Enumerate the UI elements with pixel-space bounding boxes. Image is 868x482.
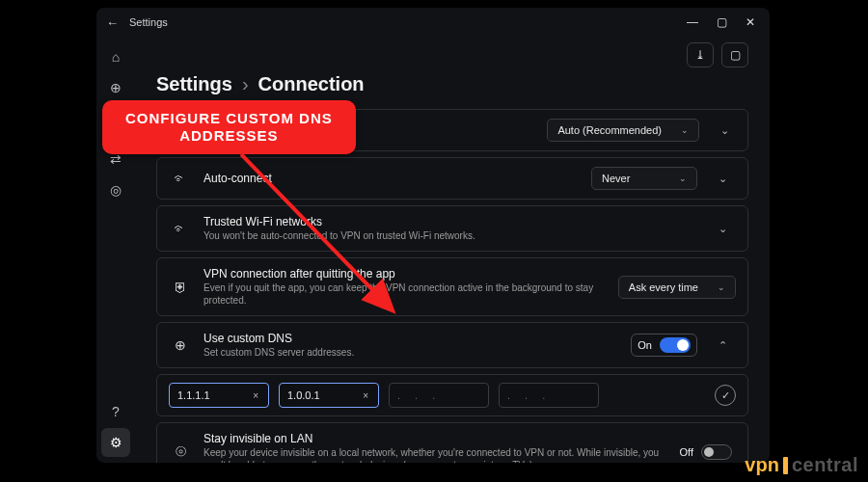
protocol-value: Auto (Recommended) — [557, 124, 662, 136]
chevron-down-icon: ⌄ — [679, 174, 687, 183]
dns-value-2: 1.0.0.1 — [287, 389, 320, 401]
switch-on-icon — [660, 337, 691, 353]
autoconnect-title: Auto-connect — [203, 172, 580, 185]
dns-value-1: 1.1.1.1 — [177, 389, 210, 401]
autoconnect-row: ᯤ Auto-connect Never ⌄ ⌄ — [156, 157, 748, 200]
invisible-icon: ⦾ — [169, 441, 192, 464]
globe-icon: ⊕ — [110, 80, 122, 95]
expand-trusted[interactable]: ⌄ — [709, 223, 736, 235]
afterquit-value: Ask every time — [629, 281, 698, 293]
chevron-right-icon: › — [242, 73, 249, 95]
afterquit-title: VPN connection after quitting the app — [203, 267, 607, 281]
customdns-desc: Set custom DNS server addresses. — [203, 346, 619, 359]
notifications-button[interactable]: ▢ — [721, 42, 748, 67]
after-quit-row: ⛨ VPN connection after quitting the app … — [156, 257, 748, 316]
trusted-wifi-row: ᯤ Trusted Wi-Fi networks You won't be au… — [156, 205, 748, 252]
settings-list: Auto (Recommended) ⌄ ⌄ ᯤ Auto-connect Ne… — [156, 109, 748, 463]
watermark-bar-icon — [783, 457, 788, 474]
customdns-title: Use custom DNS — [203, 332, 619, 345]
dns-input-3[interactable]: . . . — [389, 383, 489, 408]
protocol-select[interactable]: Auto (Recommended) ⌄ — [547, 119, 699, 142]
toggle-label: Off — [680, 446, 693, 458]
back-button[interactable]: ← — [106, 15, 125, 30]
globe-icon: ⊕ — [169, 334, 192, 357]
toggle-label: On — [637, 339, 652, 351]
window-controls: — ▢ ✕ — [679, 11, 764, 34]
help-icon: ? — [112, 404, 120, 419]
settings-window: ← Settings — ▢ ✕ ⌂ ⊕ ⇄ ◎ ? — [96, 8, 770, 463]
top-actions: ⤓ ▢ — [156, 42, 748, 67]
download-icon: ⤓ — [695, 48, 705, 62]
gear-icon: ⚙ — [110, 435, 122, 450]
sidebar-globe[interactable]: ⊕ — [101, 73, 130, 102]
shield-icon: ⛨ — [169, 276, 192, 299]
annotation-line1: CONFIGURE CUSTOM DNS — [125, 110, 333, 126]
minimize-button[interactable]: — — [679, 11, 706, 34]
lan-toggle[interactable]: Off — [676, 444, 736, 460]
dns-input-2[interactable]: 1.0.0.1 × — [279, 383, 379, 408]
switch-off-icon — [701, 444, 732, 460]
home-icon: ⌂ — [112, 49, 120, 65]
watermark-vpn: vpn — [745, 454, 779, 476]
sidebar-settings[interactable]: ⚙ — [101, 428, 130, 457]
page-title: Connection — [258, 73, 365, 95]
annotation-callout: CONFIGURE CUSTOM DNS ADDRESSES — [102, 100, 356, 154]
dns-confirm-button[interactable]: ✓ — [715, 385, 736, 406]
sidebar-help[interactable]: ? — [101, 397, 130, 426]
check-icon: ✓ — [721, 389, 730, 402]
afterquit-desc: Even if you quit the app, you can keep t… — [203, 281, 607, 307]
titlebar: ← Settings — ▢ ✕ — [96, 8, 770, 37]
maximize-button[interactable]: ▢ — [708, 11, 735, 34]
lan-title: Stay invisible on LAN — [203, 432, 665, 445]
watermark-central: central — [792, 454, 858, 476]
lan-row: ⦾ Stay invisible on LAN Keep your device… — [156, 422, 748, 463]
annotation-line2: ADDRESSES — [179, 127, 278, 144]
close-button[interactable]: ✕ — [737, 11, 764, 34]
download-button[interactable]: ⤓ — [687, 42, 714, 67]
afterquit-select[interactable]: Ask every time ⌄ — [618, 276, 736, 299]
breadcrumb: Settings › Connection — [156, 73, 748, 95]
watermark: vpn central — [745, 454, 858, 476]
lan-desc: Keep your device invisible on a local ne… — [203, 446, 665, 463]
sidebar-home[interactable]: ⌂ — [101, 42, 130, 71]
target-icon: ◎ — [110, 182, 122, 198]
clear-icon[interactable]: × — [361, 390, 370, 401]
chevron-down-icon: ⌄ — [681, 125, 689, 135]
breadcrumb-root[interactable]: Settings — [156, 73, 232, 95]
sidebar-target[interactable]: ◎ — [101, 175, 130, 204]
window-title: Settings — [125, 16, 679, 28]
expand-protocol[interactable]: ⌄ — [711, 124, 738, 137]
collapse-customdns[interactable]: ⌃ — [709, 339, 736, 352]
wifi-icon: ᯤ — [169, 217, 192, 240]
wifi-icon: ᯤ — [169, 167, 192, 190]
expand-autoconnect[interactable]: ⌄ — [709, 173, 736, 185]
dns-placeholder: . . . — [507, 389, 551, 401]
autoconnect-select[interactable]: Never ⌄ — [591, 167, 697, 190]
clear-icon[interactable]: × — [251, 390, 260, 401]
trusted-title: Trusted Wi-Fi networks — [203, 215, 697, 228]
dns-placeholder: . . . — [397, 389, 441, 401]
autoconnect-value: Never — [602, 173, 630, 184]
chevron-down-icon: ⌄ — [718, 282, 725, 292]
custom-dns-row: ⊕ Use custom DNS Set custom DNS server a… — [156, 322, 748, 368]
dns-input-4[interactable]: . . . — [499, 383, 599, 408]
dns-inputs-row: 1.1.1.1 × 1.0.0.1 × . . . . . . — [156, 374, 748, 416]
bell-icon: ▢ — [730, 48, 741, 62]
customdns-toggle[interactable]: On — [631, 334, 697, 357]
trusted-desc: You won't be auto-connected to VPN on tr… — [203, 229, 697, 242]
dns-input-1[interactable]: 1.1.1.1 × — [169, 383, 269, 408]
